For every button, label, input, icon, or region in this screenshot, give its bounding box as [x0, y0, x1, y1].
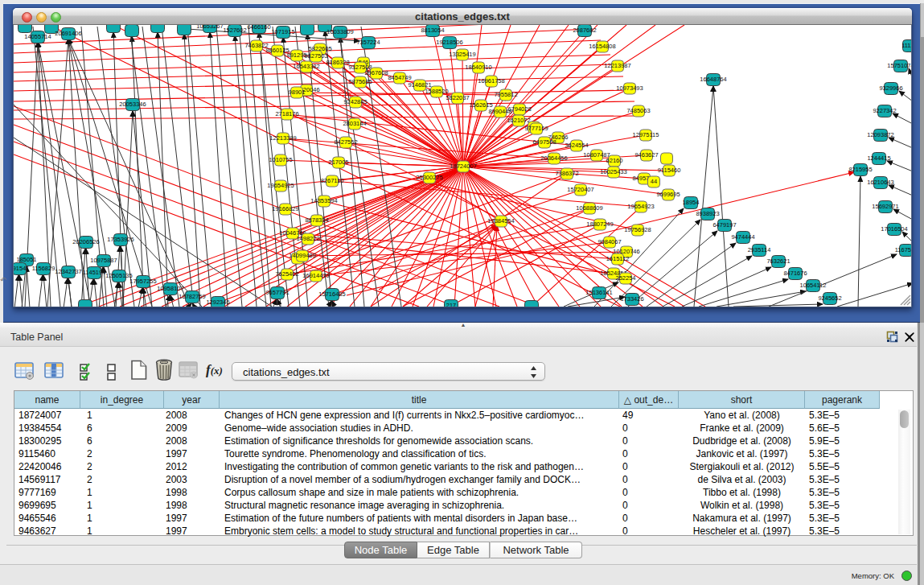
- svg-text:17016504: 17016504: [881, 225, 907, 233]
- svg-text:9699695: 9699695: [656, 191, 680, 198]
- svg-text:18954: 18954: [683, 199, 700, 206]
- svg-text:8878334: 8878334: [305, 216, 328, 224]
- svg-text:1733426: 1733426: [620, 295, 643, 303]
- svg-text:10958107: 10958107: [157, 285, 183, 292]
- svg-text:10688609: 10688609: [576, 204, 602, 212]
- svg-text:20364456: 20364456: [540, 154, 567, 162]
- svg-text:10025433: 10025433: [600, 168, 626, 175]
- svg-text:9329966: 9329966: [879, 84, 902, 92]
- svg-text:9777169: 9777169: [524, 125, 548, 132]
- svg-text:8215955: 8215955: [848, 166, 872, 173]
- svg-text:9657791: 9657791: [265, 289, 289, 296]
- svg-text:14099489: 14099489: [289, 252, 315, 259]
- svg-text:16154808: 16154808: [589, 43, 615, 50]
- svg-text:13325419: 13325419: [449, 51, 475, 58]
- svg-text:1292346: 1292346: [206, 299, 229, 306]
- svg-text:12213987: 12213987: [604, 62, 630, 69]
- svg-text:16648764: 16648764: [700, 76, 726, 83]
- svg-text:2803144: 2803144: [343, 120, 366, 127]
- svg-text:8471676: 8471676: [783, 270, 807, 277]
- svg-text:1498222: 1498222: [296, 235, 319, 242]
- svg-text:391541: 391541: [14, 265, 30, 272]
- svg-text:8860125: 8860125: [265, 47, 289, 54]
- svg-text:10654112: 10654112: [800, 282, 827, 289]
- svg-text:10975887: 10975887: [90, 257, 117, 264]
- svg-text:9827503: 9827503: [304, 52, 327, 60]
- svg-text:19384554: 19384554: [487, 217, 514, 225]
- svg-text:217: 217: [446, 302, 457, 307]
- svg-text:12975115: 12975115: [633, 131, 659, 138]
- svg-text:5822037: 5822037: [446, 94, 469, 101]
- svg-text:19166829: 19166829: [272, 205, 298, 212]
- svg-text:19654923: 19654923: [627, 203, 654, 210]
- svg-text:7357224: 7357224: [356, 39, 380, 46]
- svg-text:1156829: 1156829: [32, 265, 55, 272]
- svg-text:6497568: 6497568: [532, 138, 556, 146]
- svg-text:20206526: 20206526: [72, 238, 99, 245]
- svg-text:17353926: 17353926: [107, 236, 133, 243]
- svg-text:6479197: 6479197: [713, 221, 736, 229]
- svg-text:16210643: 16210643: [867, 179, 893, 186]
- svg-text:1244415: 1244415: [867, 154, 890, 162]
- svg-text:217005: 217005: [328, 159, 348, 166]
- svg-text:8813054: 8813054: [421, 27, 444, 34]
- svg-text:15716485: 15716485: [318, 290, 345, 298]
- svg-text:7386372: 7386372: [555, 170, 578, 177]
- svg-text:7485063: 7485063: [626, 107, 650, 114]
- svg-text:16543382: 16543382: [293, 63, 319, 70]
- svg-text:20053346: 20053346: [119, 101, 146, 108]
- svg-text:9245652: 9245652: [818, 295, 841, 302]
- svg-text:1145194: 1145194: [83, 269, 106, 276]
- svg-text:7625402: 7625402: [275, 270, 298, 278]
- svg-text:1010755: 1010755: [269, 156, 292, 163]
- svg-text:12342737: 12342737: [55, 268, 81, 275]
- svg-text:10973493: 10973493: [616, 84, 643, 92]
- svg-text:12505135: 12505135: [105, 272, 132, 279]
- svg-text:19218506: 19218506: [436, 39, 462, 46]
- svg-text:1527602: 1527602: [223, 27, 246, 34]
- svg-text:18640910: 18640910: [465, 64, 491, 71]
- svg-text:9463627: 9463627: [634, 151, 658, 159]
- svg-text:9474444: 9474444: [731, 233, 754, 241]
- svg-text:1621072: 1621072: [507, 117, 530, 124]
- svg-text:1615112: 1615112: [606, 255, 630, 262]
- svg-text:1588520: 1588520: [425, 88, 448, 95]
- svg-text:7632621: 7632621: [766, 257, 790, 265]
- svg-text:98901: 98901: [289, 89, 306, 96]
- svg-text:19654925: 19654925: [267, 182, 294, 189]
- svg-text:17957255: 17957255: [129, 278, 156, 285]
- svg-text:2935114: 2935114: [748, 246, 771, 253]
- svg-text:8427552: 8427552: [334, 138, 357, 146]
- svg-text:15751074: 15751074: [887, 62, 912, 69]
- svg-text:6794028: 6794028: [507, 105, 531, 113]
- svg-text:5875685: 5875685: [348, 78, 372, 85]
- svg-text:16961758: 16961758: [478, 77, 504, 84]
- svg-text:9084067: 9084067: [598, 238, 621, 245]
- svg-text:16033809: 16033809: [326, 28, 353, 35]
- svg-text:10653267: 10653267: [196, 25, 223, 30]
- svg-text:62160: 62160: [606, 157, 623, 164]
- svg-text:252254: 252254: [615, 274, 635, 282]
- svg-text:12213389: 12213389: [269, 134, 296, 142]
- svg-text:15720407: 15720407: [567, 186, 593, 193]
- svg-text:11124: 11124: [901, 42, 912, 49]
- svg-text:9227342: 9227342: [873, 107, 896, 114]
- svg-text:1167534: 1167534: [895, 246, 912, 253]
- svg-text:15692971: 15692971: [872, 203, 898, 210]
- svg-text:8267110: 8267110: [321, 177, 344, 184]
- svg-text:8938923: 8938923: [696, 210, 719, 217]
- svg-text:7463822: 7463822: [244, 42, 268, 49]
- svg-text:9115460: 9115460: [658, 167, 681, 174]
- svg-text:8454749: 8454749: [388, 74, 411, 81]
- svg-text:3624554: 3624554: [565, 142, 588, 149]
- svg-text:1071915: 1071915: [271, 28, 294, 35]
- svg-text:18724007: 18724007: [450, 163, 476, 170]
- svg-text:9242845: 9242845: [343, 98, 367, 105]
- svg-text:16914479: 16914479: [302, 272, 329, 279]
- svg-text:8186328: 8186328: [326, 59, 349, 66]
- svg-text:7955812: 7955812: [494, 91, 517, 98]
- svg-text:2087682: 2087682: [573, 27, 596, 34]
- svg-text:44: 44: [651, 178, 657, 185]
- svg-text:16782759: 16782759: [179, 293, 205, 300]
- svg-text:12093872: 12093872: [867, 131, 893, 138]
